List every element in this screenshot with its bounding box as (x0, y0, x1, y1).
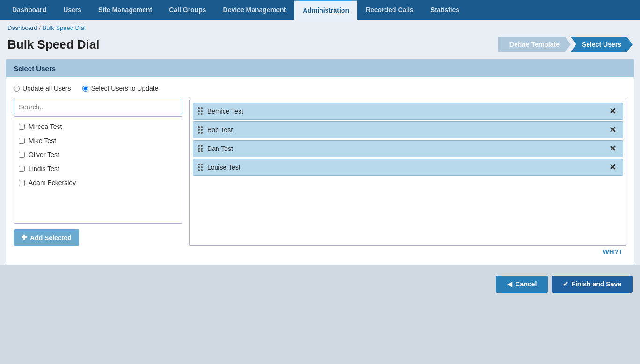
list-item-adam[interactable]: Adam Eckersley (14, 176, 182, 190)
user-list-box: Mircea Test Mike Test Oliver Test L (14, 116, 182, 224)
drag-handle-bob (198, 126, 203, 134)
drag-handle-louise (198, 164, 203, 171)
add-selected-label: Add Selected (30, 234, 72, 242)
nav-tab-users[interactable]: Users (55, 0, 90, 20)
card-body: Update all Users Select Users to Update … (6, 77, 634, 265)
card-header: Select Users (6, 60, 634, 77)
selected-user-name-bernice: Bernice Test (207, 107, 607, 115)
user-label-mircea: Mircea Test (29, 123, 62, 130)
remove-louise-button[interactable]: ✕ (607, 163, 618, 171)
list-item-oliver[interactable]: Oliver Test (14, 148, 182, 162)
user-label-lindis: Lindis Test (29, 165, 59, 172)
checkbox-oliver[interactable] (19, 152, 25, 158)
watermark-text: WH?T (603, 248, 623, 256)
footer-bar: ◀ Cancel ✔ Finish and Save (0, 271, 640, 297)
cancel-icon: ◀ (507, 280, 512, 288)
two-col-layout: Mircea Test Mike Test Oliver Test L (14, 100, 626, 246)
remove-bob-button[interactable]: ✕ (607, 126, 618, 134)
nav-tab-site-management[interactable]: Site Management (90, 0, 160, 20)
radio-select-users[interactable]: Select Users to Update (82, 85, 159, 92)
nav-tab-statistics[interactable]: Statistics (422, 0, 468, 20)
selected-user-name-dan: Dan Test (207, 145, 607, 152)
list-item-mike[interactable]: Mike Test (14, 134, 182, 148)
nav-tab-device-management[interactable]: Device Management (215, 0, 295, 20)
radio-update-all-input[interactable] (14, 86, 20, 92)
selected-user-bernice[interactable]: Bernice Test ✕ (193, 103, 623, 120)
user-label-mike: Mike Test (29, 137, 56, 144)
checkmark-icon: ✔ (563, 280, 568, 288)
checkbox-adam[interactable] (19, 180, 25, 186)
right-panel: Bernice Test ✕ Bob Test ✕ (189, 100, 626, 246)
radio-update-all[interactable]: Update all Users (14, 85, 71, 92)
radio-select-users-input[interactable] (82, 86, 88, 92)
left-panel: Mircea Test Mike Test Oliver Test L (14, 100, 182, 246)
finish-save-label: Finish and Save (571, 280, 621, 288)
search-input[interactable] (14, 100, 182, 114)
watermark-area: WH?T (14, 246, 626, 257)
page-wrapper: Dashboard / Bulk Speed Dial Bulk Speed D… (0, 20, 640, 265)
radio-group: Update all Users Select Users to Update (14, 85, 626, 92)
finish-save-button[interactable]: ✔ Finish and Save (552, 276, 633, 293)
selected-user-louise[interactable]: Louise Test ✕ (193, 159, 623, 176)
radio-select-users-label: Select Users to Update (91, 85, 159, 92)
nav-tab-recorded-calls[interactable]: Recorded Calls (357, 0, 422, 20)
breadcrumb-current: Bulk Speed Dial (42, 24, 86, 31)
cancel-button[interactable]: ◀ Cancel (496, 276, 548, 293)
user-label-adam: Adam Eckersley (29, 179, 76, 186)
main-card: Select Users Update all Users Select Use… (6, 59, 634, 265)
selected-user-bob[interactable]: Bob Test ✕ (193, 121, 623, 138)
nav-tab-call-groups[interactable]: Call Groups (160, 0, 214, 20)
checkbox-mircea[interactable] (19, 124, 25, 130)
drag-handle-dan (198, 145, 203, 152)
add-icon: ✚ (21, 233, 27, 242)
breadcrumb-separator: / (39, 24, 41, 31)
wizard-steps: Define Template Select Users (498, 37, 633, 52)
remove-bernice-button[interactable]: ✕ (607, 107, 618, 115)
selected-user-name-louise: Louise Test (207, 164, 607, 171)
wizard-step-define-template[interactable]: Define Template (498, 37, 571, 52)
nav-tab-dashboard[interactable]: Dashboard (4, 0, 55, 20)
wizard-step-select-users[interactable]: Select Users (571, 37, 633, 52)
checkbox-lindis[interactable] (19, 166, 25, 172)
breadcrumb-home-link[interactable]: Dashboard (7, 24, 37, 31)
add-selected-button[interactable]: ✚ Add Selected (14, 229, 79, 246)
selected-user-name-bob: Bob Test (207, 126, 607, 134)
drag-handle-bernice (198, 107, 203, 115)
user-label-oliver: Oliver Test (29, 151, 59, 158)
navbar: Dashboard Users Site Management Call Gro… (0, 0, 640, 20)
page-title: Bulk Speed Dial (7, 37, 100, 52)
page-header: Bulk Speed Dial Define Template Select U… (0, 33, 640, 59)
breadcrumb: Dashboard / Bulk Speed Dial (0, 20, 640, 33)
nav-tab-administration[interactable]: Administration (294, 0, 357, 20)
checkbox-mike[interactable] (19, 138, 25, 144)
radio-update-all-label: Update all Users (22, 85, 71, 92)
list-item-lindis[interactable]: Lindis Test (14, 162, 182, 176)
list-item-mircea[interactable]: Mircea Test (14, 120, 182, 134)
remove-dan-button[interactable]: ✕ (607, 144, 618, 153)
selected-user-dan[interactable]: Dan Test ✕ (193, 140, 623, 157)
cancel-label: Cancel (515, 280, 537, 288)
